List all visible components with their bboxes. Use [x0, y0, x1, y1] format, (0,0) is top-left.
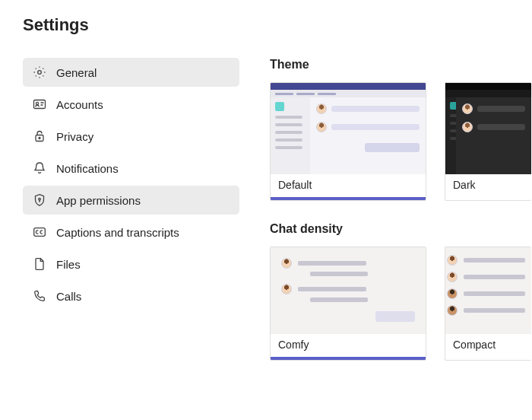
- density-option-compact[interactable]: Compact: [445, 247, 531, 361]
- theme-option-dark[interactable]: Dark: [445, 82, 531, 201]
- bell-icon: [32, 161, 47, 176]
- svg-rect-1: [34, 100, 46, 109]
- settings-layout: General Accounts Privacy Notifications A: [23, 58, 532, 361]
- sidebar-item-captions-transcripts[interactable]: Captions and transcripts: [23, 218, 239, 247]
- density-option-label: Compact: [445, 334, 531, 357]
- id-card-icon: [32, 97, 47, 112]
- svg-point-0: [38, 71, 42, 75]
- sidebar-item-label: Privacy: [56, 130, 93, 143]
- phone-icon: [32, 288, 47, 304]
- theme-option-label: Dark: [445, 174, 531, 197]
- settings-main-panel: Theme: [270, 58, 532, 361]
- selected-indicator: [271, 357, 426, 360]
- theme-options-row: Default: [270, 82, 532, 201]
- chat-density-section: Chat density Comfy: [270, 222, 532, 361]
- chat-density-options-row: Comfy Compact: [270, 247, 532, 361]
- chat-density-heading: Chat density: [270, 222, 532, 236]
- density-option-comfy[interactable]: Comfy: [270, 247, 426, 361]
- density-compact-preview: [445, 247, 531, 334]
- lock-icon: [32, 129, 47, 144]
- settings-sidebar: General Accounts Privacy Notifications A: [23, 58, 239, 361]
- theme-dark-preview: [445, 83, 531, 174]
- svg-rect-3: [36, 135, 43, 142]
- theme-heading: Theme: [270, 58, 532, 72]
- density-comfy-preview: [271, 247, 426, 334]
- cc-icon: [32, 224, 47, 240]
- theme-section: Theme: [270, 58, 532, 201]
- sidebar-item-label: Accounts: [56, 98, 103, 111]
- sidebar-item-accounts[interactable]: Accounts: [23, 90, 239, 119]
- sidebar-item-calls[interactable]: Calls: [23, 282, 239, 310]
- shield-key-icon: [32, 192, 47, 208]
- gear-icon: [32, 65, 47, 80]
- sidebar-item-privacy[interactable]: Privacy: [23, 122, 239, 151]
- theme-option-label: Default: [271, 174, 426, 197]
- svg-point-2: [36, 102, 38, 104]
- density-option-label: Comfy: [271, 334, 426, 357]
- file-icon: [32, 256, 47, 272]
- theme-option-default[interactable]: Default: [270, 82, 426, 201]
- sidebar-item-files[interactable]: Files: [23, 250, 239, 278]
- svg-point-5: [39, 198, 41, 200]
- sidebar-item-label: General: [56, 66, 97, 79]
- selected-indicator: [271, 197, 426, 200]
- sidebar-item-label: Calls: [56, 290, 81, 303]
- sidebar-item-general[interactable]: General: [23, 58, 239, 87]
- svg-point-4: [39, 138, 40, 139]
- sidebar-item-label: Files: [56, 258, 81, 271]
- sidebar-item-notifications[interactable]: Notifications: [23, 154, 239, 183]
- settings-page-title: Settings: [23, 15, 532, 35]
- sidebar-item-app-permissions[interactable]: App permissions: [23, 186, 239, 215]
- sidebar-item-label: Notifications: [56, 162, 119, 175]
- theme-default-preview: [271, 83, 426, 174]
- sidebar-item-label: App permissions: [56, 194, 141, 207]
- sidebar-item-label: Captions and transcripts: [56, 226, 179, 239]
